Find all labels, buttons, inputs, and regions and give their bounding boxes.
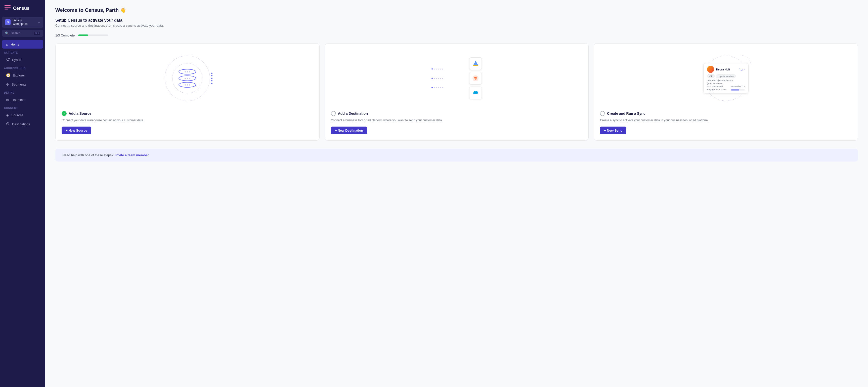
new-destination-button[interactable]: + New Destination (331, 126, 367, 135)
workspace-avatar: D (5, 19, 10, 25)
app-name: Census (13, 6, 29, 11)
setup-title: Setup Census to activate your data (55, 18, 858, 23)
nav-item-syncs[interactable]: Syncs (2, 55, 43, 64)
sync-card-title: Create and Run a Sync (607, 112, 646, 116)
progress-bar (78, 34, 108, 36)
dest-line-group (432, 68, 443, 88)
source-card-title: Add a Source (69, 112, 91, 116)
dest-logos-group: 𝔅 (469, 57, 482, 99)
google-ads-icon (469, 57, 482, 70)
nav-label-sources: Sources (11, 113, 23, 117)
progress-label: 1/3 Complete (55, 33, 75, 37)
braze-icon: 𝔅 (469, 72, 482, 85)
search-label: Search (11, 31, 32, 35)
census-logo-icon (4, 4, 11, 12)
nav-item-datasets[interactable]: ⊞ Datasets (2, 95, 43, 104)
help-text: Need help with one of these steps? (62, 153, 114, 157)
search-icon: 🔍 (5, 31, 9, 35)
section-activate: Activate (0, 49, 45, 55)
datasets-icon: ⊞ (6, 98, 9, 102)
check-icon: ✓ (62, 111, 67, 116)
db-stack (179, 69, 196, 88)
nav-item-explorer[interactable]: 🧭 Explorer (2, 71, 43, 80)
nav-item-sources[interactable]: ◈ Sources (2, 111, 43, 119)
nav-item-home[interactable]: ⌂ Home (2, 40, 43, 49)
nav-label-syncs: Syncs (12, 58, 21, 62)
engagement-fill (731, 89, 739, 90)
syncs-icon (6, 58, 9, 62)
sync-badge-loyalty: Loyalty Member (716, 75, 736, 78)
cards-row: ✓ Add a Source Connect your data warehou… (55, 43, 858, 141)
destination-card: 𝔅 Add a Destination C (324, 43, 589, 141)
search-shortcut: ⌘K (34, 32, 40, 35)
sync-card: Debra Holt f ◻ ♪ VIP Loyalty Member debr… (594, 43, 858, 141)
sync-card-desc: Create a sync to activate your customer … (600, 118, 851, 123)
pending-icon (331, 111, 336, 116)
setup-subtitle: Connect a source and destination, then c… (55, 24, 858, 27)
section-audience-hub: Audience Hub (0, 64, 45, 71)
svg-rect-1 (4, 7, 10, 8)
logo: Census (0, 0, 45, 17)
sync-email-field: debra.holt@example.com (707, 79, 745, 82)
help-banner: Need help with one of these steps? Invit… (55, 149, 858, 161)
source-status-row: ✓ Add a Source (62, 111, 313, 116)
home-icon: ⌂ (6, 42, 8, 46)
nav-label-destinations: Destinations (12, 122, 30, 126)
sync-last-purchased: Last Purchased December 12 (707, 85, 745, 88)
destinations-icon (6, 122, 9, 126)
destination-card-desc: Connect a business tool or ad platform w… (331, 118, 583, 123)
search-box[interactable]: 🔍 Search ⌘K (2, 30, 43, 37)
db-dots-decoration (211, 73, 213, 84)
sync-badge-row: VIP Loyalty Member (707, 75, 745, 78)
chevron-down-icon: ⌄ (38, 20, 40, 24)
sync-status-row: Create and Run a Sync (600, 111, 851, 116)
sync-mini-card: Debra Holt f ◻ ♪ VIP Loyalty Member debr… (703, 63, 749, 94)
instagram-icon: ◻ (741, 68, 743, 71)
facebook-icon: f (739, 68, 740, 71)
tiktok-icon: ♪ (744, 68, 745, 71)
main-content: Welcome to Census, Parth 👋 Setup Census … (45, 0, 868, 387)
sources-icon: ◈ (6, 113, 9, 117)
nav-label-segments: Segments (11, 83, 26, 86)
sync-engagement-row: Engagement Score (707, 88, 745, 91)
svg-rect-2 (4, 8, 8, 10)
db-disk-bottom (179, 82, 196, 88)
nav-label-home: Home (10, 42, 19, 46)
db-disk-middle (179, 76, 196, 81)
salesforce-icon (469, 87, 482, 99)
db-disk-top (179, 69, 196, 75)
engagement-bar (731, 89, 745, 90)
nav-item-segments[interactable]: ⊙ Segments (2, 80, 43, 89)
nav-item-destinations[interactable]: Destinations (2, 120, 43, 128)
sync-pending-icon (600, 111, 605, 116)
segments-icon: ⊙ (6, 82, 9, 86)
nav-label-datasets: Datasets (11, 98, 24, 102)
invite-team-member-link[interactable]: Invite a team member (116, 153, 149, 157)
workspace-name: Default Workspace (12, 19, 36, 26)
workspace-selector[interactable]: D Default Workspace ⌄ (2, 17, 43, 28)
sync-user-avatar (707, 66, 714, 73)
new-source-button[interactable]: + New Source (62, 126, 91, 135)
destination-status-row: Add a Destination (331, 111, 583, 116)
explorer-icon: 🧭 (6, 73, 10, 77)
source-card-desc: Connect your data warehouse containing y… (62, 118, 313, 123)
source-illustration (62, 51, 313, 106)
svg-text:𝔅: 𝔅 (474, 76, 477, 80)
welcome-header: Welcome to Census, Parth 👋 (55, 7, 858, 13)
sync-user-name: Debra Holt (716, 68, 730, 71)
svg-rect-0 (4, 5, 10, 6)
destination-card-title: Add a Destination (338, 112, 368, 116)
sync-phone-field: (316) 555-0116 (707, 82, 745, 85)
new-sync-button[interactable]: + New Sync (600, 126, 626, 135)
sync-social-icons: f ◻ ♪ (739, 68, 745, 71)
section-connect: Connect (0, 104, 45, 111)
sidebar: Census D Default Workspace ⌄ 🔍 Search ⌘K… (0, 0, 45, 387)
sync-illustration: Debra Holt f ◻ ♪ VIP Loyalty Member debr… (600, 51, 851, 106)
sync-badge-vip: VIP (707, 75, 715, 78)
source-card: ✓ Add a Source Connect your data warehou… (55, 43, 319, 141)
section-define: Define (0, 89, 45, 95)
progress-fill (78, 34, 88, 36)
nav-label-explorer: Explorer (13, 73, 25, 77)
progress-section: 1/3 Complete (55, 33, 858, 37)
destination-illustration: 𝔅 (331, 51, 583, 106)
